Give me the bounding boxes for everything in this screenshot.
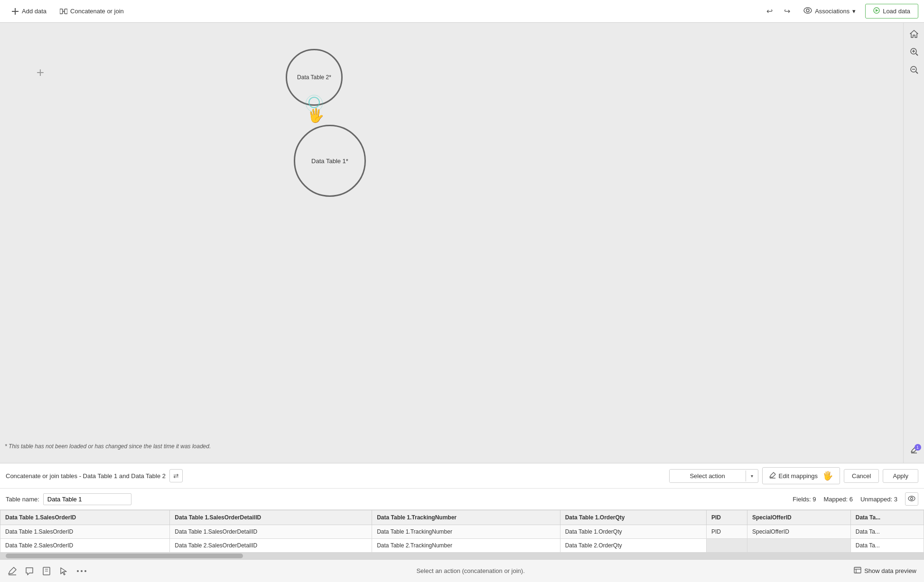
asterisk-note: * This table has not been loaded or has …: [5, 443, 211, 450]
mapped-count: Mapped: 6: [824, 496, 853, 503]
cell: Data Table 1.SalesOrderDetailID: [170, 525, 372, 539]
data-table-1-label: Data Table 1*: [311, 157, 348, 165]
cell: Data Table 1.TrackingNumber: [372, 525, 560, 539]
unmapped-count: Unmapped: 3: [860, 496, 897, 503]
horizontal-scrollbar[interactable]: [0, 553, 924, 559]
cell: Data Table 2.TrackingNumber: [372, 539, 560, 553]
undo-icon: ↩: [766, 7, 773, 15]
svg-line-16: [916, 72, 918, 74]
pencil-tool-button[interactable]: [8, 566, 17, 576]
cell: PID: [706, 525, 747, 539]
book-button[interactable]: [42, 566, 51, 576]
load-data-icon: [873, 7, 880, 15]
cell-empty: [706, 539, 747, 553]
cell: Data Table 1.SalesOrderID: [0, 525, 170, 539]
col-header-3: Data Table 1.OrderQty: [560, 510, 706, 525]
cell: Data Table 2.SalesOrderID: [0, 539, 170, 553]
col-header-2: Data Table 1.TrackingNumber: [372, 510, 560, 525]
table-row: Data Table 2.SalesOrderID Data Table 2.S…: [0, 539, 924, 553]
table-row: Data Table 1.SalesOrderID Data Table 1.S…: [0, 525, 924, 539]
edit-mappings-icon: [769, 472, 776, 480]
canvas-plus-button[interactable]: +: [33, 65, 47, 80]
data-table-2-label: Data Table 2*: [297, 74, 331, 81]
redo-button[interactable]: ↪: [780, 4, 794, 18]
svg-rect-1: [12, 11, 19, 12]
chat-button[interactable]: [25, 566, 34, 576]
associations-eye-icon: [803, 7, 812, 15]
edit-mappings-button[interactable]: Edit mappings 🖐: [762, 467, 840, 484]
undo-button[interactable]: ↩: [763, 4, 776, 18]
cell: Data Table 2.SalesOrderDetailID: [170, 539, 372, 553]
swap-icon: ⇄: [173, 472, 179, 480]
add-data-button[interactable]: Add data: [6, 5, 52, 18]
show-preview-button[interactable]: Show data preview: [854, 567, 916, 575]
load-data-button[interactable]: Load data: [865, 4, 918, 18]
status-message: Select an action (concatenation or join)…: [87, 567, 854, 574]
badge: 1: [915, 444, 921, 451]
select-action-arrow-btn[interactable]: ▾: [746, 471, 758, 481]
apply-button[interactable]: Apply: [883, 469, 918, 483]
data-grid[interactable]: Data Table 1.SalesOrderID Data Table 1.S…: [0, 510, 924, 553]
action-bar-title: Concatenate or join tables - Data Table …: [6, 472, 166, 480]
svg-point-6: [806, 9, 809, 12]
cell: Data Ta...: [850, 525, 924, 539]
cell-empty: [747, 539, 851, 553]
col-header-0: Data Table 1.SalesOrderID: [0, 510, 170, 525]
data-table-1-node[interactable]: Data Table 1*: [294, 125, 366, 197]
action-bar: Concatenate or join tables - Data Table …: [0, 463, 924, 489]
cell: Data Table 2.OrderQty: [560, 539, 706, 553]
concatenate-icon: [60, 8, 67, 15]
zoom-out-icon: [910, 65, 918, 76]
home-button[interactable]: [906, 27, 922, 43]
zoom-in-button[interactable]: [906, 45, 922, 61]
zoom-out-button[interactable]: [906, 63, 922, 79]
add-data-label: Add data: [22, 8, 47, 15]
svg-rect-3: [65, 9, 67, 14]
cancel-label: Cancel: [852, 472, 871, 480]
select-action-text-btn[interactable]: Select action: [670, 470, 746, 482]
more-options-button[interactable]: [76, 569, 87, 573]
show-preview-icon: [854, 567, 861, 575]
swap-button[interactable]: ⇄: [169, 469, 183, 482]
svg-point-27: [84, 570, 86, 572]
svg-point-20: [911, 498, 913, 500]
col-header-4: PID: [706, 510, 747, 525]
select-action-dropdown[interactable]: Select action ▾: [669, 469, 758, 483]
zoom-in-icon: [910, 47, 918, 58]
svg-rect-28: [854, 567, 861, 573]
redo-icon: ↪: [784, 7, 790, 15]
associations-button[interactable]: Associations ▾: [798, 4, 861, 18]
associations-chevron-icon: ▾: [852, 8, 856, 15]
select-action-label: Select action: [690, 472, 725, 480]
grid-table: Data Table 1.SalesOrderID Data Table 1.S…: [0, 510, 924, 553]
bottom-panel: Concatenate or join tables - Data Table …: [0, 463, 924, 582]
svg-line-13: [916, 54, 918, 55]
scrollbar-thumb[interactable]: [6, 554, 243, 558]
data-table-2-node[interactable]: Data Table 2* 🖐: [286, 49, 343, 106]
col-header-1: Data Table 1.SalesOrderDetailID: [170, 510, 372, 525]
concatenate-join-button[interactable]: Concatenate or join: [54, 5, 130, 18]
svg-marker-8: [876, 9, 878, 12]
right-sidebar: 1: [903, 23, 924, 463]
cell: Data Ta...: [850, 539, 924, 553]
eye-button[interactable]: [905, 492, 918, 506]
home-icon: [910, 29, 918, 40]
action-bar-right: Select action ▾ Edit mappings 🖐 Cancel A…: [669, 467, 918, 484]
svg-point-26: [81, 570, 83, 572]
top-toolbar: Add data Concatenate or join ↩ ↪ Associa…: [0, 0, 924, 23]
load-data-label: Load data: [883, 8, 910, 15]
cursor-hand-icon: 🖐: [822, 471, 833, 481]
table-name-input[interactable]: [43, 493, 131, 505]
svg-point-5: [804, 8, 812, 13]
select-action-chevron-icon: ▾: [751, 473, 753, 479]
col-header-5: SpecialOfferID: [747, 510, 851, 525]
table-name-area: Table name: Fields: 9 Mapped: 6 Unmapped…: [0, 489, 924, 510]
plus-icon: +: [37, 65, 44, 80]
cell: SpecialOfferID: [747, 525, 851, 539]
main-content: + Data Table 2* 🖐 Data Table 1* * This t…: [0, 23, 924, 463]
toolbar-right: ↩ ↪ Associations ▾ Load data: [763, 4, 918, 18]
svg-point-25: [77, 570, 79, 572]
cancel-button[interactable]: Cancel: [844, 469, 879, 483]
pen-button[interactable]: 1: [906, 443, 922, 459]
cursor-tool-button[interactable]: [59, 566, 68, 576]
